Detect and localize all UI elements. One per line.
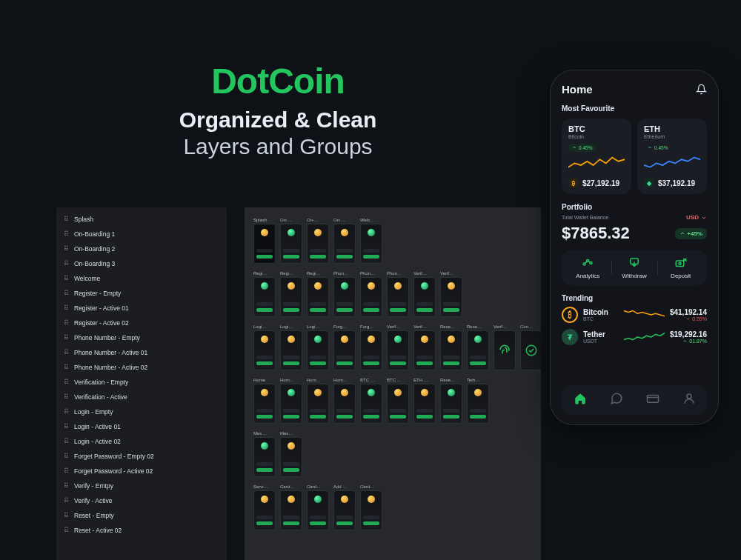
artboard-thumb[interactable]: Welc… xyxy=(360,218,382,264)
artboard-thumb[interactable]: Logi… xyxy=(253,324,276,370)
layer-row[interactable]: ⠿Forget Password - Active 02 xyxy=(56,464,227,479)
nav-chat[interactable] xyxy=(608,392,625,408)
artboard-thumb[interactable]: Mes… xyxy=(280,431,302,477)
thumb-preview xyxy=(360,224,382,264)
nav-user[interactable] xyxy=(681,392,697,408)
thumb-label: Add … xyxy=(333,484,356,489)
layer-row[interactable]: ⠿Phone Number - Active 01 xyxy=(56,345,227,360)
thumb-preview xyxy=(280,224,302,264)
artboard-thumb[interactable]: Logi… xyxy=(280,324,302,370)
artboard-thumb[interactable]: Forg… xyxy=(360,324,382,370)
artboard-thumb[interactable]: Verif… xyxy=(387,324,409,370)
btc-icon: ₿ xyxy=(562,307,578,323)
layer-row[interactable]: ⠿Login - Active 01 xyxy=(56,419,227,434)
artboard-thumb[interactable]: Regi… xyxy=(253,271,276,317)
thumb-preview xyxy=(387,384,409,424)
artboard-thumb[interactable]: Rese… xyxy=(467,324,489,370)
fav-card[interactable]: BTCBitcoin0.45%₿$27,192.19 xyxy=(562,119,631,194)
layer-row[interactable]: ⠿Verify - Active xyxy=(56,493,227,508)
artboard-thumb[interactable]: Con… xyxy=(520,324,541,370)
fav-name: Etherium xyxy=(644,134,700,139)
artboard-thumb[interactable]: Hom… xyxy=(333,378,356,424)
layer-label: Verify - Active xyxy=(74,497,113,504)
trend-row[interactable]: ₿BitcoinBTC$41,192.140.55% xyxy=(562,307,707,323)
artboard-thumb[interactable]: Verif… xyxy=(494,324,516,370)
artboard-thumb[interactable]: BTC … xyxy=(387,378,409,424)
action-deposit[interactable]: Deposit xyxy=(657,256,704,279)
artboard-thumb[interactable]: Verif… xyxy=(413,324,436,370)
thumb-label: Verif… xyxy=(440,271,462,276)
layer-row[interactable]: ⠿Verification - Empty xyxy=(56,375,227,390)
action-analytics[interactable]: Analytics xyxy=(565,256,611,279)
artboard-thumb[interactable]: Hom… xyxy=(280,378,302,424)
artboard-thumb[interactable]: Regi… xyxy=(280,271,302,317)
layer-label: Splash xyxy=(74,216,93,223)
action-withdraw[interactable]: Withdraw xyxy=(611,256,658,279)
artboard-thumb[interactable]: Splash xyxy=(253,218,276,264)
thumb-label: Verif… xyxy=(387,324,409,329)
artboard-thumb[interactable]: Mes… xyxy=(253,431,276,477)
layer-row[interactable]: ⠿Forget Password - Empty 02 xyxy=(56,449,227,464)
brand-title: DotCoin xyxy=(0,61,556,101)
layer-row[interactable]: ⠿On-Boarding 1 xyxy=(56,227,227,241)
thumb-preview xyxy=(333,330,356,370)
layer-row[interactable]: ⠿Verify - Emtpy xyxy=(56,479,227,493)
artboard-thumb[interactable]: Phon… xyxy=(333,271,356,317)
thumb-preview xyxy=(413,384,436,424)
artboard-thumb[interactable]: Phon… xyxy=(387,271,409,317)
layer-row[interactable]: ⠿Register - Active 02 xyxy=(56,316,227,330)
artboard-thumb[interactable]: Card… xyxy=(307,484,329,530)
artboard-thumb[interactable]: Card… xyxy=(280,484,302,530)
thumb-label: Regi… xyxy=(307,271,329,276)
thumb-label: Con… xyxy=(520,324,541,329)
layer-row[interactable]: ⠿Login - Empty xyxy=(56,404,227,419)
artboard-thumb[interactable]: BTC … xyxy=(360,378,382,424)
artboard-thumb[interactable]: Hom… xyxy=(307,378,329,424)
bell-icon[interactable] xyxy=(695,84,707,96)
layer-label: Phone Number - Active 02 xyxy=(74,364,147,371)
layer-row[interactable]: ⠿Splash xyxy=(56,212,227,227)
artboard-thumb[interactable]: Phon… xyxy=(360,271,382,317)
artboard-thumb[interactable]: On-… xyxy=(307,218,329,264)
artboard-thumb[interactable]: Forg… xyxy=(333,324,356,370)
artboard-thumb[interactable]: ETH … xyxy=(413,378,436,424)
thumb-label: Welc… xyxy=(360,218,382,222)
artboard-thumb[interactable]: Card… xyxy=(360,484,382,530)
artboard-thumb[interactable]: On-… xyxy=(333,218,356,264)
thumb-preview xyxy=(413,330,436,370)
nav-home[interactable] xyxy=(572,392,588,408)
artboard-thumb[interactable]: Teth… xyxy=(467,378,489,424)
drag-handle-icon: ⠿ xyxy=(64,453,68,460)
artboard-thumb[interactable]: Logi… xyxy=(307,324,329,370)
currency-selector[interactable]: USD xyxy=(686,214,707,221)
thumb-label: Mes… xyxy=(253,431,276,436)
fav-card[interactable]: ETHEtherium0.45%◆$37,192.19 xyxy=(637,119,707,194)
artboard-thumb[interactable]: Home xyxy=(253,378,276,424)
artboard-thumb[interactable]: Verif… xyxy=(440,271,462,317)
artboard-thumb[interactable]: Regi… xyxy=(307,271,329,317)
layer-row[interactable]: ⠿On-Boarding 2 xyxy=(56,241,227,256)
artboard-thumb[interactable]: Rave… xyxy=(440,378,462,424)
layer-row[interactable]: ⠿Reset - Empty xyxy=(56,508,227,523)
thumb-preview xyxy=(280,384,302,424)
artboard-thumb[interactable]: Add … xyxy=(333,484,356,530)
drag-handle-icon: ⠿ xyxy=(64,290,68,297)
layer-label: On-Boarding 2 xyxy=(74,245,115,253)
layer-row[interactable]: ⠿Register - Active 01 xyxy=(56,301,227,316)
artboard-thumb[interactable]: On-… xyxy=(280,218,302,264)
layer-row[interactable]: ⠿On-Boarding 3 xyxy=(56,256,227,271)
layer-row[interactable]: ⠿Register - Empty xyxy=(56,286,227,301)
layer-row[interactable]: ⠿Welcome xyxy=(56,271,227,286)
layer-row[interactable]: ⠿Reset - Active 02 xyxy=(56,523,227,538)
artboard-thumb[interactable]: Rese… xyxy=(440,324,462,370)
trend-change: 0.55% xyxy=(670,316,707,321)
trend-row[interactable]: ₮TetherUSDT$19,292.1601.87% xyxy=(562,329,707,345)
artboard-thumb[interactable]: Servi… xyxy=(253,484,276,530)
artboard-thumb[interactable]: Verif… xyxy=(413,271,436,317)
thumb-label: Card… xyxy=(307,484,329,489)
nav-card[interactable] xyxy=(645,392,661,408)
layer-row[interactable]: ⠿Verification - Active xyxy=(56,390,227,404)
layer-row[interactable]: ⠿Phone Number - Empty xyxy=(56,330,227,345)
layer-row[interactable]: ⠿Phone Number - Active 02 xyxy=(56,360,227,375)
layer-row[interactable]: ⠿Login - Active 02 xyxy=(56,434,227,449)
